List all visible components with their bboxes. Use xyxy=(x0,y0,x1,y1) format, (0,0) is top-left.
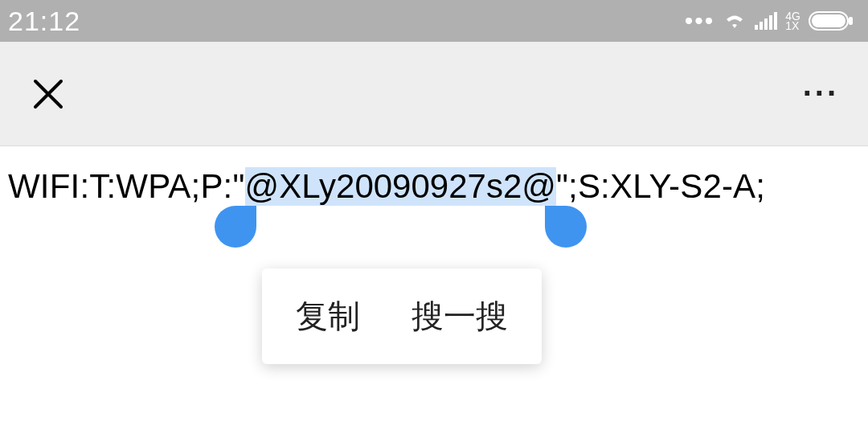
menu-search[interactable]: 搜一搜 xyxy=(411,294,508,338)
battery-icon xyxy=(809,11,854,31)
selection-handle-left[interactable] xyxy=(215,206,256,248)
text-suffix: ";S:XLY-S2-A; xyxy=(556,167,765,205)
svg-rect-2 xyxy=(764,18,768,30)
more-button[interactable]: ··· xyxy=(803,76,839,112)
close-button[interactable] xyxy=(29,75,68,113)
content-text[interactable]: WIFI:T:WPA;P:"@XLy20090927s2@";S:XLY-S2-… xyxy=(0,146,868,206)
context-menu: 复制 搜一搜 xyxy=(262,268,542,364)
status-time: 21:12 xyxy=(8,6,80,37)
svg-rect-0 xyxy=(755,25,758,30)
svg-rect-4 xyxy=(774,12,777,30)
selection-handle-right[interactable] xyxy=(545,206,587,248)
signal-icon xyxy=(755,12,779,30)
text-prefix: WIFI:T:WPA;P:" xyxy=(8,167,245,205)
svg-rect-6 xyxy=(812,14,845,27)
status-right: ••• 4G 1X xyxy=(685,9,854,33)
network-label: 4G 1X xyxy=(785,11,800,31)
svg-rect-7 xyxy=(849,17,853,25)
status-dots-icon: ••• xyxy=(685,9,715,33)
status-bar: 21:12 ••• 4G 1X xyxy=(0,0,868,42)
wifi-icon xyxy=(723,11,747,31)
app-bar: ··· xyxy=(0,42,868,146)
menu-copy[interactable]: 复制 xyxy=(296,294,360,338)
svg-rect-3 xyxy=(769,15,772,30)
svg-rect-1 xyxy=(760,22,763,30)
selected-text[interactable]: @XLy20090927s2@ xyxy=(245,167,556,206)
